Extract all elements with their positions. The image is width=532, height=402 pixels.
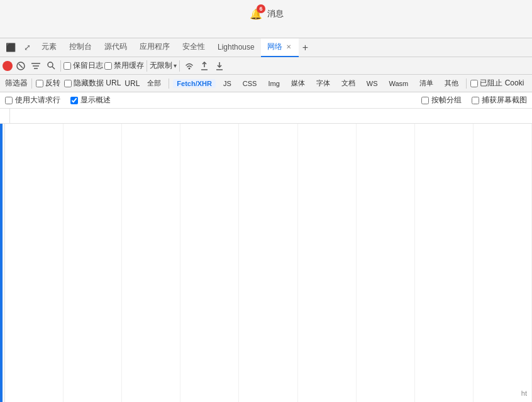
large-rows-input[interactable] [5,97,13,104]
notification-badge: 6 [257,4,265,13]
filter-bar-sep-2 [169,79,169,89]
filter-label: 筛选器 [5,78,28,89]
grid-cell-9 [474,124,532,402]
tab-lighthouse[interactable]: Lighthouse [211,38,261,57]
hide-data-url-input[interactable] [64,80,72,87]
preserve-log-input[interactable] [64,62,71,70]
record-button[interactable] [3,61,13,71]
group-by-frame-checkbox[interactable]: 按帧分组 [421,95,462,106]
throttle-label: 无限制 [150,60,172,71]
network-content [0,124,532,402]
filter-icon [31,62,40,70]
filter-wasm-button[interactable]: Wasm [385,79,413,88]
tab-console[interactable]: 控制台 [63,38,98,57]
grid-cell-5 [239,124,297,402]
overview-input[interactable] [70,97,78,104]
options-bar: 使用大请求行 显示概述 按帧分组 捕获屏幕截图 [0,92,532,109]
filter-bar: 筛选器 反转 隐藏数据 URL URL 全部 Fetch/XHR JS CSS … [0,75,532,92]
grid-cell-7 [357,124,415,402]
filter-css-button[interactable]: CSS [239,79,261,88]
grid-cell-3 [122,124,180,402]
add-tab-button[interactable]: + [299,42,312,53]
preserve-log-checkbox[interactable]: 保留日志 [64,60,103,71]
hide-data-url-checkbox[interactable]: 隐藏数据 URL [64,78,121,89]
filter-bar-sep-1 [31,79,32,89]
notification-area: 🔔 6 消息 [248,6,284,21]
invert-checkbox[interactable]: 反转 [36,78,60,89]
filter-manifest-button[interactable]: 清单 [416,78,437,89]
invert-input[interactable] [36,80,43,87]
filter-fetch-xhr-button[interactable]: Fetch/XHR [173,79,216,88]
filter-media-button[interactable]: 媒体 [287,78,309,89]
throttle-dropdown-arrow[interactable]: ▾ [174,62,177,69]
overview-checkbox[interactable]: 显示概述 [70,95,111,106]
clear-icon [16,62,25,70]
grid-cell-8 [415,124,474,402]
options-right: 按帧分组 捕获屏幕截图 [421,95,527,106]
timeline-area [0,124,532,402]
disable-cache-checkbox[interactable]: 禁用缓存 [104,60,144,71]
timeline-header: 5 ms 10 ms 15 ms 20 ms 25 ms 30 ms 35 ms… [0,109,532,124]
filter-other-button[interactable]: 其他 [441,78,462,89]
toolbar-separator-3 [179,60,180,72]
timeline-left-panel [0,124,5,402]
devtools-panel: ⬛ ⤢ 元素 控制台 源代码 应用程序 安全性 Lighthouse 网络 ✕ … [0,38,532,402]
filter-js-button[interactable]: JS [219,79,235,88]
toolbar-separator-1 [60,60,61,72]
svg-line-1 [19,64,23,68]
filter-all-button[interactable]: 全部 [143,78,165,89]
upload-icon [201,62,208,70]
svg-point-5 [48,62,53,67]
blocked-cookies-input[interactable] [470,80,478,87]
disable-cache-input[interactable] [104,62,112,70]
url-filter-label: URL [125,79,140,88]
large-rows-checkbox[interactable]: 使用大请求行 [5,95,60,106]
import-button[interactable] [197,59,211,73]
capture-screenshot-checkbox[interactable]: 捕获屏幕截图 [472,95,527,106]
wifi-button[interactable] [182,59,196,73]
timeline-left-spacer [5,109,10,123]
clear-button[interactable] [14,59,28,73]
svg-line-6 [52,67,55,69]
toolbar-separator-2 [147,60,147,72]
options-left: 使用大请求行 显示概述 [5,95,111,106]
search-button[interactable] [44,59,58,73]
capture-screenshot-input[interactable] [472,97,479,104]
corner-text: ht [521,389,527,397]
timeline-grid-lines [5,124,532,402]
export-button[interactable] [213,59,226,73]
filter-font-button[interactable]: 字体 [313,78,334,89]
filter-img-button[interactable]: Img [264,79,283,88]
tab-sources[interactable]: 源代码 [98,38,133,57]
filter-ws-button[interactable]: WS [363,79,382,88]
tab-security[interactable]: 安全性 [176,38,211,57]
download-icon [216,62,223,70]
network-toolbar: 保留日志 禁用缓存 无限制 ▾ [0,57,532,75]
notification-bell[interactable]: 🔔 6 [248,6,263,21]
filter-bar-sep-3 [466,79,467,89]
grid-cell-1 [5,124,64,402]
dock-button[interactable]: ⬛ [3,40,19,56]
search-icon [47,62,55,70]
tab-bar: ⬛ ⤢ 元素 控制台 源代码 应用程序 安全性 Lighthouse 网络 ✕ … [0,38,532,57]
blocked-cookies-checkbox[interactable]: 已阻止 Cooki [470,78,524,89]
tab-close-network[interactable]: ✕ [285,42,292,52]
grid-cell-6 [298,124,357,402]
notification-label: 消息 [267,8,284,19]
undock-button[interactable]: ⤢ [19,40,35,56]
tab-elements[interactable]: 元素 [35,38,63,57]
timeline-right-panel [5,124,532,402]
tab-network[interactable]: 网络 ✕ [261,38,299,57]
grid-cell-4 [180,124,239,402]
svg-point-7 [189,67,191,69]
filter-toggle-button[interactable] [29,59,43,73]
wifi-icon [185,62,194,70]
tab-application[interactable]: 应用程序 [133,38,176,57]
grid-cell-2 [64,124,122,402]
left-indicator [0,124,3,402]
filter-doc-button[interactable]: 文档 [338,78,359,89]
group-by-frame-input[interactable] [421,97,429,104]
